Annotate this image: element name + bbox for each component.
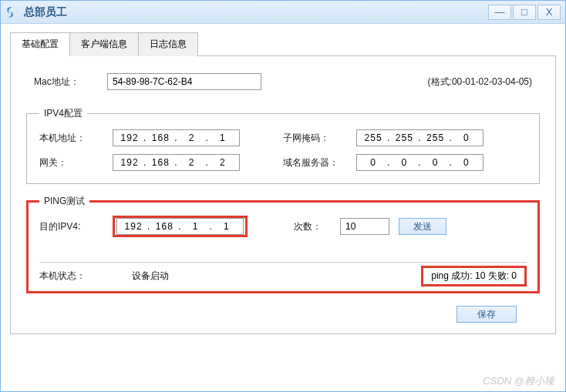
dns-label: 域名服务器：	[283, 156, 356, 169]
status-row: 本机状态： 设备启动 ping 成功: 10 失败: 0	[39, 262, 527, 290]
tab-panel: Mac地址： (格式:00-01-02-03-04-05) IPV4配置 本机地…	[10, 56, 556, 334]
titlebar: 总部员工 — □ X	[1, 1, 565, 24]
mac-input[interactable]	[107, 73, 261, 90]
ipv4-fieldset: IPV4配置 本机地址： 192.168.2.1 子网掩码： 255.255.2…	[26, 107, 540, 184]
app-window: 总部员工 — □ X 基础配置 客户端信息 日志信息 Mac地址： (格式:00…	[0, 0, 566, 392]
tabs: 基础配置 客户端信息 日志信息	[10, 32, 556, 56]
tab-basic-config[interactable]: 基础配置	[10, 32, 70, 56]
gateway-input[interactable]: 192.168.2.2	[113, 154, 240, 171]
ping-count-input[interactable]	[340, 218, 389, 235]
window-buttons: — □ X	[488, 5, 561, 20]
device-status-value: 设备启动	[132, 270, 421, 283]
save-button[interactable]: 保存	[457, 306, 517, 323]
send-button[interactable]: 发送	[399, 218, 446, 235]
subnet-mask-label: 子网掩码：	[283, 132, 356, 145]
local-address-label: 本机地址：	[39, 132, 113, 145]
minimize-button[interactable]: —	[488, 5, 511, 20]
gateway-label: 网关：	[39, 156, 113, 169]
ping-target-input[interactable]: 192.168.1.1	[116, 218, 244, 235]
ipv4-legend: IPV4配置	[39, 107, 87, 120]
local-address-input[interactable]: 192.168.2.1	[113, 129, 240, 146]
device-status-label: 本机状态：	[39, 270, 132, 283]
ping-result-text: ping 成功: 10 失败: 0	[431, 270, 517, 281]
ping-test-fieldset: PING测试 目的IPV4: 192.168.1.1 次数： 发送 本机状态： …	[26, 195, 540, 293]
save-bar: 保存	[26, 300, 540, 323]
mac-row: Mac地址： (格式:00-01-02-03-04-05)	[26, 70, 540, 98]
ping-result-highlight: ping 成功: 10 失败: 0	[421, 266, 527, 286]
ping-target-highlight: 192.168.1.1	[113, 216, 248, 237]
ping-legend: PING测试	[39, 195, 89, 208]
ping-count-label: 次数：	[294, 220, 340, 233]
window-title: 总部员工	[24, 5, 488, 19]
close-button[interactable]: X	[537, 5, 561, 20]
tab-log-info[interactable]: 日志信息	[138, 32, 198, 56]
watermark: CSDN @赖小臻	[483, 374, 554, 388]
dns-input[interactable]: 0.0.0.0	[356, 154, 483, 171]
mac-format-hint: (格式:00-01-02-03-04-05)	[428, 75, 532, 89]
tab-client-info[interactable]: 客户端信息	[69, 32, 139, 56]
ping-target-label: 目的IPV4:	[39, 220, 113, 233]
app-icon	[5, 5, 19, 19]
content-area: 基础配置 客户端信息 日志信息 Mac地址： (格式:00-01-02-03-0…	[1, 24, 565, 342]
mac-label: Mac地址：	[34, 75, 107, 89]
subnet-mask-input[interactable]: 255.255.255.0	[356, 129, 483, 146]
maximize-button[interactable]: □	[513, 5, 536, 20]
